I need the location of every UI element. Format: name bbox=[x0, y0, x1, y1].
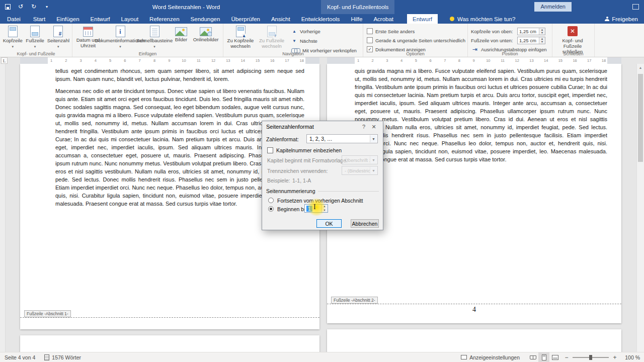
option-first-page-different[interactable]: Erste Seite anders bbox=[365, 27, 466, 36]
next-page-right[interactable] bbox=[327, 329, 621, 352]
next-page-left[interactable] bbox=[20, 335, 319, 352]
next-label: Nächste bbox=[300, 38, 317, 44]
ribbon-tab[interactable]: Acrobat bbox=[368, 14, 399, 24]
word-count-icon bbox=[44, 354, 49, 360]
group-content: Kopfzeile ▾ Fußzeile ▾ Seitenzahl ▾ bbox=[2, 25, 70, 50]
chevron-down-icon[interactable]: ▼ bbox=[370, 135, 377, 142]
tell-me-box[interactable]: Was möchten Sie tun? bbox=[445, 14, 520, 24]
header-from-top-spinner[interactable]: 1,25 cm ▲▼ bbox=[517, 28, 545, 35]
save-icon[interactable] bbox=[4, 3, 11, 10]
quick-parts-button[interactable]: Schnellbausteine ▾ bbox=[138, 25, 171, 48]
ribbon-tab[interactable]: Überprüfen bbox=[225, 14, 266, 24]
checkbox-icon[interactable] bbox=[367, 37, 373, 43]
undo-icon[interactable]: ↺ bbox=[17, 3, 24, 10]
horizontal-ruler-left-page[interactable]: 123456789101112131415161718 bbox=[20, 57, 319, 64]
display-settings-button[interactable]: Anzeigeeinstellungen bbox=[456, 352, 524, 362]
footer-from-bottom-value[interactable]: 1,25 cm bbox=[518, 37, 539, 44]
share-button[interactable]: Freigeben bbox=[602, 14, 641, 24]
zoom-out-button[interactable]: − bbox=[564, 354, 570, 361]
ribbon-tab[interactable]: Entwurf bbox=[85, 14, 116, 24]
goto-footer-button[interactable]: ▼ Zu Fußzeile wechseln bbox=[256, 25, 287, 49]
horizontal-ruler-right-page[interactable]: 123456789101112131415161718 bbox=[327, 57, 621, 64]
ribbon-tab[interactable]: Ansicht bbox=[266, 14, 296, 24]
sign-in-button[interactable]: Anmelden bbox=[534, 2, 572, 12]
header-from-top-value[interactable]: 1,25 cm bbox=[518, 28, 539, 35]
start-at-radio[interactable] bbox=[268, 206, 274, 212]
number-format-dropdown[interactable]: 1, 2, 3, … ▼ bbox=[306, 134, 378, 143]
page-indicator[interactable]: Seite 4 von 4 bbox=[0, 352, 40, 362]
number-format-label: Zahlenformat: bbox=[266, 136, 299, 142]
vertical-scrollbar[interactable]: ▲ bbox=[636, 64, 644, 352]
tab-datei[interactable]: Datei bbox=[0, 14, 28, 24]
cancel-button[interactable]: Abbrechen bbox=[351, 219, 379, 228]
header-button[interactable]: Kopfzeile ▾ bbox=[2, 25, 24, 48]
display-settings-icon bbox=[461, 355, 467, 359]
ribbon-tab[interactable]: Entwicklertools bbox=[296, 14, 346, 24]
start-at-field[interactable]: 1 bbox=[305, 205, 321, 212]
title-bar: ↺ ↻ ▾ Word Seitenzahlen - Word Kopf- und… bbox=[0, 0, 644, 14]
web-layout-button[interactable] bbox=[549, 352, 560, 362]
scroll-up-icon[interactable]: ▲ bbox=[637, 64, 644, 71]
zoom-level[interactable]: 100 % bbox=[621, 354, 640, 360]
ruler-number: 17 bbox=[284, 58, 291, 63]
checkbox-icon[interactable] bbox=[367, 28, 373, 34]
help-icon[interactable]: ? bbox=[359, 124, 369, 130]
zoom-in-button[interactable]: + bbox=[612, 354, 618, 361]
section-divider bbox=[318, 191, 379, 192]
online-pictures-button[interactable]: Onlinebilder bbox=[192, 25, 220, 43]
separator-dropdown[interactable]: - (Bindestrich) ▼ bbox=[342, 166, 378, 175]
print-layout-button[interactable] bbox=[538, 352, 549, 362]
spinner-down-icon[interactable]: ▼ bbox=[321, 209, 328, 213]
ribbon-tab[interactable]: Einfügen bbox=[51, 14, 85, 24]
spinner-down-icon[interactable]: ▼ bbox=[539, 40, 545, 44]
footer-from-bottom-spinner[interactable]: 1,25 cm ▲▼ bbox=[517, 37, 545, 44]
ribbon-tab[interactable]: Referenzen bbox=[144, 14, 185, 24]
previous-button[interactable]: ▲ Vorherige bbox=[289, 27, 359, 36]
date-time-button[interactable]: Datum und Uhrzeit bbox=[74, 25, 102, 48]
separator-label: Trennzeichen verwenden: bbox=[267, 168, 328, 174]
document-info-button[interactable]: Dokumentinformationen ▾ bbox=[102, 25, 138, 48]
vertical-ruler[interactable] bbox=[0, 64, 6, 352]
goto-header-label: Zu Kopfzeile wechseln bbox=[225, 38, 256, 49]
close-icon[interactable]: ✕ bbox=[369, 124, 379, 130]
spinner-down-icon[interactable]: ▼ bbox=[539, 31, 545, 35]
ribbon-tab[interactable]: Hilfe bbox=[345, 14, 368, 24]
redo-icon[interactable]: ↻ bbox=[30, 3, 37, 10]
chevron-down-icon: ▾ bbox=[57, 45, 59, 48]
footer-page-number[interactable]: 4 bbox=[327, 306, 621, 314]
footer-button[interactable]: Fußzeile ▾ bbox=[24, 25, 46, 48]
ribbon-tab[interactable]: Layout bbox=[116, 14, 144, 24]
navigation-small-buttons: ▲ Vorherige ▼ Nächste Mit vorheriger ver… bbox=[289, 25, 359, 55]
ruler-number: 11 bbox=[195, 58, 202, 63]
goto-header-button[interactable]: ▲ Zu Kopfzeile wechseln bbox=[225, 25, 256, 49]
ribbon-tab[interactable]: Start bbox=[28, 14, 51, 24]
word-count[interactable]: 1576 Wörter bbox=[40, 352, 86, 362]
tab-entwurf-contextual[interactable]: Entwurf bbox=[407, 14, 438, 24]
ok-button[interactable]: OK bbox=[316, 219, 342, 228]
scrollbar-thumb[interactable] bbox=[638, 74, 643, 162]
chapter-style-dropdown[interactable]: Überschrift 1 ▼ bbox=[342, 155, 378, 164]
include-chapter-checkbox[interactable] bbox=[267, 147, 273, 153]
quick-access-caret-icon[interactable]: ▾ bbox=[43, 3, 50, 10]
continue-from-previous-radio[interactable] bbox=[268, 198, 274, 203]
ruler-number: 10 bbox=[181, 58, 188, 63]
ribbon-tab[interactable]: Sendungen bbox=[185, 14, 226, 24]
arrow-down-icon: ▼ bbox=[273, 34, 278, 38]
option-odd-even-different[interactable]: Gerade & ungerade Seiten unterschiedlich bbox=[365, 36, 466, 45]
page-number-button[interactable]: Seitenzahl ▾ bbox=[46, 25, 70, 48]
next-button[interactable]: ▼ Nächste bbox=[289, 36, 359, 45]
word-count-label: 1576 Wörter bbox=[52, 354, 81, 360]
ribbon-display-options-icon[interactable] bbox=[632, 4, 639, 10]
pictures-button[interactable]: Bilder bbox=[171, 25, 192, 43]
date-time-icon bbox=[83, 27, 93, 37]
spinner-up-icon[interactable]: ▲ bbox=[321, 205, 328, 209]
page-text[interactable]: quis gravida magna mi a libero. Fusce vu… bbox=[355, 67, 607, 263]
tab-stop-selector[interactable]: L bbox=[1, 57, 8, 64]
dialog-title-bar[interactable]: Seitenzahlenformat ? ✕ bbox=[262, 121, 383, 132]
read-mode-button[interactable] bbox=[527, 352, 538, 362]
start-at-spinner[interactable]: 1 ▲▼ bbox=[304, 204, 328, 213]
close-header-footer-button[interactable]: ✕ Kopf- und Fußzeile schließen bbox=[554, 25, 591, 54]
footer-button-label: Fußzeile bbox=[26, 38, 44, 44]
zoom-slider-thumb[interactable] bbox=[589, 355, 592, 360]
zoom-slider[interactable] bbox=[573, 357, 609, 358]
